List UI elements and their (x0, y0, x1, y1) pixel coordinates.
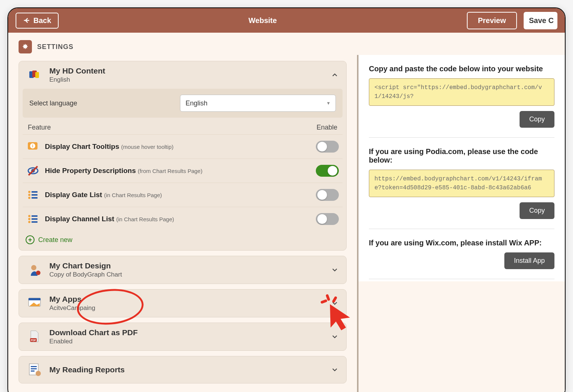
panel-download-pdf: PDF Download Chart as PDF Enabled (19, 323, 347, 351)
embed-intro-1: Copy and paste the code below into your … (369, 65, 554, 73)
embed-intro-2: If you are using Podia.com, please use t… (369, 147, 554, 164)
channel-list-icon (26, 212, 40, 226)
svg-point-22 (36, 271, 40, 275)
svg-point-17 (28, 218, 30, 220)
embed-code-1[interactable]: <script src="https://embed.bodygraphchar… (369, 78, 554, 106)
feature-label: Display Chart Tooltips (mouse hover tool… (45, 143, 311, 151)
svg-point-15 (28, 215, 30, 217)
svg-point-13 (28, 197, 30, 199)
panel-reading-reports: My Reading Reports (19, 356, 347, 383)
save-button[interactable]: Save C (524, 12, 557, 29)
feature-label: Display Gate List (in Chart Results Page… (45, 191, 311, 199)
copy-button-2[interactable]: Copy (520, 202, 554, 219)
svg-rect-14 (32, 197, 37, 199)
chevron-down-icon (331, 299, 339, 307)
panel-my-chart-design: My Chart Design Copy of BodyGraph Chart (19, 256, 347, 284)
embed-column: EMBED CODE Copy and paste the code below… (357, 55, 565, 392)
svg-text:PDF: PDF (31, 339, 36, 342)
panel-header-content[interactable]: My HD Content English (19, 61, 346, 89)
svg-rect-30 (31, 370, 35, 372)
chevron-down-icon (331, 266, 339, 274)
feature-row: Display Channel List (in Chart Results P… (23, 207, 343, 231)
settings-column: SETTINGS My HD Content English (8, 33, 357, 392)
reports-icon (26, 362, 43, 378)
panel-header-pdf[interactable]: PDF Download Chart as PDF Enabled (19, 323, 346, 350)
settings-icon (19, 40, 32, 53)
arrow-left-icon (23, 17, 30, 24)
feature-label: Hide Property Descriptions (from Chart R… (45, 167, 311, 175)
select-language-label: Select language (29, 99, 77, 107)
svg-point-21 (31, 265, 36, 270)
toggle-gate-list[interactable] (316, 189, 339, 201)
install-app-button[interactable]: Install App (504, 252, 554, 269)
chevron-down-icon (331, 366, 339, 374)
svg-rect-10 (32, 191, 37, 193)
svg-point-19 (28, 221, 30, 223)
chevron-up-icon (331, 71, 339, 79)
feature-label: Display Channel List (in Chart Results P… (45, 215, 311, 223)
panel-title: Download Chart as PDF (49, 328, 324, 337)
pdf-icon: PDF (26, 329, 43, 345)
feature-row: Display Gate List (in Chart Results Page… (23, 183, 343, 207)
embed-intro-3: If you are using Wix.com, please install… (369, 239, 554, 247)
panel-header-design[interactable]: My Chart Design Copy of BodyGraph Chart (19, 256, 346, 284)
embed-heading: EMBED CODE (366, 55, 433, 61)
hide-icon (26, 164, 40, 177)
svg-rect-20 (32, 221, 37, 223)
back-button[interactable]: Back (16, 13, 59, 29)
svg-point-31 (36, 371, 41, 376)
tooltip-icon: i (26, 140, 40, 153)
svg-point-9 (28, 191, 30, 193)
panel-header-apps[interactable]: My Apps AcitveCampaing (19, 290, 346, 317)
content-icon (26, 67, 43, 83)
create-new-button[interactable]: + Create new (23, 231, 343, 245)
plus-icon: + (26, 235, 35, 244)
back-label: Back (33, 16, 51, 25)
panel-subtitle: Enabled (49, 338, 324, 345)
svg-rect-18 (32, 218, 37, 220)
language-select[interactable]: English (180, 95, 336, 112)
svg-text:i: i (32, 144, 33, 148)
apps-icon (26, 295, 43, 311)
design-icon (26, 262, 43, 278)
chevron-down-icon (331, 333, 339, 341)
panel-my-apps: My Apps AcitveCampaing (19, 289, 347, 317)
feature-header-row: Feature Enable (23, 121, 343, 134)
panel-subtitle: AcitveCampaing (49, 304, 324, 312)
panel-title: My Reading Reports (49, 365, 324, 374)
svg-point-11 (28, 194, 30, 196)
settings-heading: SETTINGS (8, 33, 357, 61)
preview-button[interactable]: Preview (467, 12, 517, 29)
gate-list-icon (26, 188, 40, 202)
panel-subtitle: Copy of BodyGraph Chart (49, 271, 324, 278)
topbar: Back Website Preview Save C (8, 8, 565, 33)
embed-code-2[interactable]: https://embed.bodygraphchart.com/v1/1424… (369, 170, 554, 197)
language-row: Select language English (23, 89, 343, 118)
toggle-hide-descriptions[interactable] (316, 165, 339, 177)
feature-row: i Display Chart Tooltips (mouse hover to… (23, 134, 343, 159)
svg-rect-24 (29, 298, 40, 300)
toggle-channel-list[interactable] (316, 213, 339, 225)
page-title: Website (59, 16, 467, 25)
panel-title: My Chart Design (49, 261, 324, 270)
panel-title: My Apps (49, 295, 324, 304)
toggle-tooltips[interactable] (316, 141, 339, 153)
svg-rect-28 (31, 366, 37, 367)
copy-button-1[interactable]: Copy (520, 111, 554, 128)
panel-title: My HD Content (49, 66, 324, 75)
panel-header-reports[interactable]: My Reading Reports (19, 356, 346, 383)
svg-rect-29 (31, 368, 37, 369)
svg-rect-2 (35, 72, 39, 78)
svg-rect-16 (32, 215, 37, 217)
panel-subtitle: English (49, 76, 324, 84)
panel-my-hd-content: My HD Content English Select language En… (19, 61, 347, 251)
svg-rect-12 (32, 194, 37, 196)
feature-row: Hide Property Descriptions (from Chart R… (23, 159, 343, 183)
